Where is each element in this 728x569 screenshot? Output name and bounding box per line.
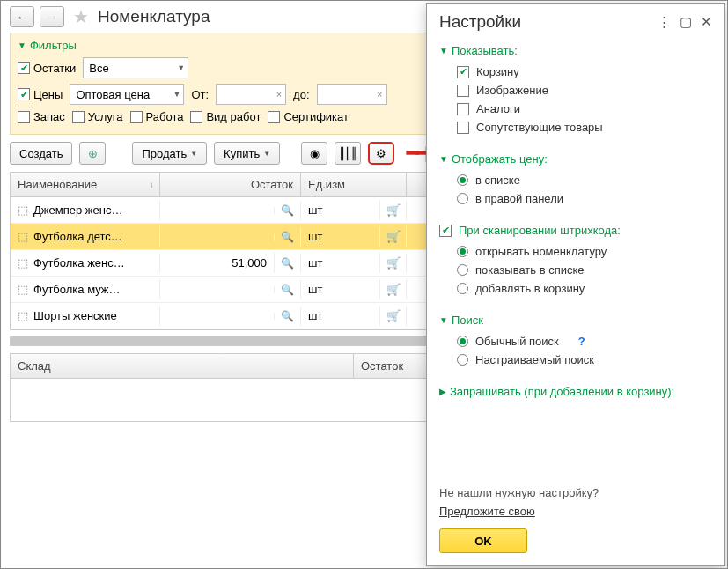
ceny-checkbox[interactable]: Цены <box>18 88 63 101</box>
usluga-label: Услуга <box>88 110 123 123</box>
help-icon[interactable]: ? <box>578 335 585 348</box>
row-ed: шт <box>308 230 322 243</box>
group-search-toggle[interactable]: ▼Поиск <box>439 314 712 327</box>
cart-icon[interactable]: 🛒 <box>386 283 401 296</box>
footer-note: Не нашли нужную настройку? Предложите св… <box>439 477 712 518</box>
chevron-down-icon: ▼ <box>439 315 448 325</box>
checkbox-icon <box>457 103 469 115</box>
row-ed: шт <box>308 283 322 296</box>
ostatki-checkbox[interactable]: Остатки <box>18 62 76 75</box>
group-scan-toggle[interactable]: При сканировании штрихкода: <box>439 224 712 237</box>
nav-forward-button[interactable]: → <box>40 6 64 27</box>
cart-icon[interactable]: 🛒 <box>386 203 401 217</box>
radio-icon <box>457 193 468 204</box>
price-from-input[interactable]: × <box>216 84 286 105</box>
ceny-combo[interactable]: Оптовая цена ▼ <box>70 84 184 105</box>
opt-scan-list[interactable]: показывать в списке <box>439 261 712 279</box>
opt-scan-open[interactable]: открывать номенклатуру <box>439 242 712 261</box>
checkbox-icon <box>130 111 143 123</box>
search-icon[interactable]: 🔍 <box>281 310 294 322</box>
radio-icon <box>457 283 468 294</box>
rabota-label: Работа <box>146 110 184 123</box>
rabota-checkbox[interactable]: Работа <box>130 110 184 123</box>
create-button[interactable]: Создать <box>10 142 72 165</box>
sertifikat-checkbox[interactable]: Сертификат <box>268 110 349 123</box>
sell-button[interactable]: Продать▼ <box>132 142 207 165</box>
suggest-link[interactable]: Предложите свою <box>439 505 535 518</box>
nav-back-button[interactable]: ← <box>10 6 34 27</box>
group-price-toggle[interactable]: ▼Отображать цену: <box>439 152 712 166</box>
search-icon[interactable]: 🔍 <box>281 231 294 243</box>
filters-label: Фильтры <box>30 39 77 52</box>
cart-icon[interactable]: 🛒 <box>386 309 401 322</box>
opt-image[interactable]: Изображение <box>439 81 712 100</box>
maximize-icon[interactable]: ▢ <box>680 14 692 30</box>
checkbox-icon <box>457 66 469 78</box>
create-copy-button[interactable]: ⊕ <box>79 142 106 165</box>
opt-price-list[interactable]: в списке <box>439 171 712 189</box>
opt-analogs[interactable]: Аналоги <box>439 100 712 118</box>
col-ostatok[interactable]: Остаток <box>160 173 301 196</box>
cart-icon[interactable]: 🛒 <box>386 256 401 270</box>
chevron-down-icon: ▼ <box>263 150 270 158</box>
search-icon[interactable]: 🔍 <box>281 257 294 270</box>
checkbox-icon <box>457 85 469 97</box>
opt-price-panel[interactable]: в правой панели <box>439 189 712 208</box>
row-name: Шорты женские <box>33 309 117 322</box>
more-menu-icon[interactable]: ⋮ <box>658 14 671 30</box>
col-name[interactable]: Наименование↓ <box>11 173 160 196</box>
checkbox-icon <box>190 111 202 123</box>
ok-button[interactable]: OK <box>439 528 527 553</box>
ostatki-value: Все <box>89 62 108 75</box>
clear-icon[interactable]: × <box>276 89 282 100</box>
zapas-checkbox[interactable]: Запас <box>18 110 65 123</box>
ostatki-combo[interactable]: Все ▼ <box>83 57 188 78</box>
zapas-label: Запас <box>33 110 65 123</box>
do-label: до: <box>293 88 309 101</box>
search-icon[interactable]: 🔍 <box>281 284 294 296</box>
col-sklad[interactable]: Склад <box>11 354 354 378</box>
close-icon[interactable]: ✕ <box>701 14 712 30</box>
clear-icon[interactable]: × <box>377 89 382 100</box>
col-ed[interactable]: Ед.изм <box>301 173 407 196</box>
opt-scan-basket[interactable]: добавлять в корзину <box>439 279 712 298</box>
row-ed: шт <box>308 256 322 270</box>
barcode-button[interactable]: ║║║ <box>335 142 361 165</box>
group-price: ▼Отображать цену: в списке в правой пане… <box>439 152 712 208</box>
row-ostatok: 51,000 <box>232 256 267 270</box>
favorite-star-icon[interactable]: ★ <box>73 6 89 27</box>
sort-asc-icon: ↓ <box>150 180 154 189</box>
chevron-down-icon: ▼ <box>190 150 197 158</box>
cube-icon: ⬚ <box>18 230 28 243</box>
chevron-down-icon: ▼ <box>18 41 26 50</box>
opt-search-normal[interactable]: Обычный поиск? <box>439 332 712 351</box>
checkbox-icon <box>72 111 85 123</box>
eye-icon: ◉ <box>310 147 320 160</box>
usluga-checkbox[interactable]: Услуга <box>72 110 123 123</box>
copy-plus-icon: ⊕ <box>88 147 98 160</box>
group-show-toggle[interactable]: ▼Показывать: <box>439 44 712 57</box>
cube-icon: ⬚ <box>18 256 28 270</box>
group-request-toggle[interactable]: ▶Запрашивать (при добавлении в корзину): <box>439 385 712 398</box>
opt-related[interactable]: Сопутствующие товары <box>439 118 712 137</box>
checkbox-icon <box>439 225 452 237</box>
row-name: Футболка детс… <box>33 230 122 243</box>
view-toggle-button[interactable]: ◉ <box>301 142 327 165</box>
settings-panel: Настройки ⋮ ▢ ✕ ▼Показывать: Корзину Изо… <box>426 3 725 566</box>
row-ed: шт <box>308 203 322 217</box>
opt-basket[interactable]: Корзину <box>439 63 712 81</box>
buy-button[interactable]: Купить▼ <box>214 142 280 165</box>
opt-search-custom[interactable]: Настраиваемый поиск <box>439 351 712 369</box>
settings-button[interactable]: ⚙ <box>368 142 394 165</box>
sell-label: Продать <box>142 147 187 160</box>
group-scan: При сканировании штрихкода: открывать но… <box>439 224 712 298</box>
settings-title: Настройки <box>439 12 521 32</box>
vid-rabot-checkbox[interactable]: Вид работ <box>190 110 261 123</box>
search-icon[interactable]: 🔍 <box>281 204 294 217</box>
checkbox-icon <box>18 62 30 74</box>
cart-icon[interactable]: 🛒 <box>386 230 401 243</box>
row-name: Джемпер женс… <box>33 203 122 217</box>
radio-icon <box>457 174 468 186</box>
row-name: Футболка муж… <box>33 283 121 296</box>
price-to-input[interactable]: × <box>317 84 387 105</box>
